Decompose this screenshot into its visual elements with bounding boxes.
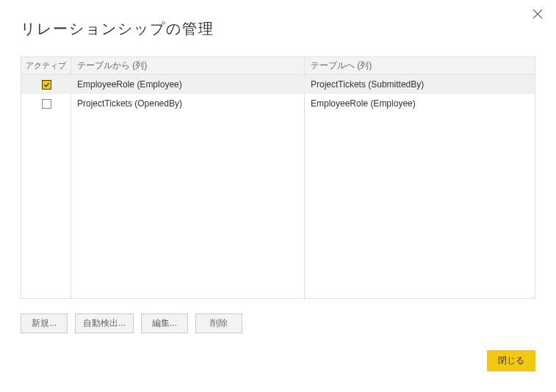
header-to: テーブルへ (列) (305, 57, 535, 74)
edit-button[interactable]: 編集... (141, 313, 188, 333)
header-active: アクティブ (21, 57, 71, 74)
manage-relationships-dialog: リレーションシップの管理 アクティブ テーブルから (列) テーブルへ (列) … (0, 0, 556, 392)
to-cell: EmployeeRole (Employee) (305, 98, 535, 109)
relationships-table: アクティブ テーブルから (列) テーブルへ (列) EmployeeRole … (21, 57, 535, 299)
close-icon[interactable] (532, 9, 546, 22)
table-header: アクティブ テーブルから (列) テーブルへ (列) (21, 57, 535, 75)
table-row[interactable]: EmployeeRole (Employee) ProjectTickets (… (21, 75, 535, 94)
delete-button[interactable]: 削除 (195, 313, 242, 333)
to-cell: ProjectTickets (SubmittedBy) (305, 79, 535, 90)
header-from: テーブルから (列) (71, 57, 305, 74)
from-cell: EmployeeRole (Employee) (71, 79, 305, 90)
autodetect-button[interactable]: 自動検出... (75, 313, 134, 333)
new-button[interactable]: 新規... (21, 313, 68, 333)
close-button[interactable]: 閉じる (487, 350, 535, 371)
active-checkbox[interactable] (42, 99, 51, 109)
from-cell: ProjectTickets (OpenedBy) (71, 98, 305, 109)
table-row[interactable]: ProjectTickets (OpenedBy) EmployeeRole (… (21, 94, 535, 113)
active-checkbox[interactable] (42, 80, 51, 90)
active-cell (21, 80, 71, 90)
table-body: EmployeeRole (Employee) ProjectTickets (… (21, 75, 535, 298)
action-button-bar: 新規... 自動検出... 編集... 削除 (21, 313, 535, 333)
active-cell (21, 99, 71, 109)
dialog-footer: 閉じる (487, 350, 535, 371)
dialog-title: リレーションシップの管理 (21, 19, 535, 39)
